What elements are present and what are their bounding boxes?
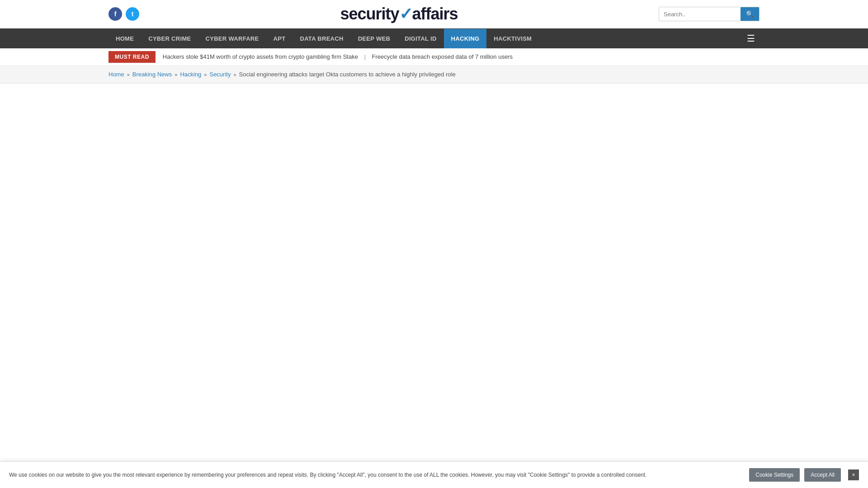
- breadcrumb-sep-1: »: [127, 72, 130, 77]
- nav-data-breach[interactable]: DATA BREACH: [292, 29, 350, 48]
- ticker-separator: |: [364, 53, 366, 60]
- logo-text: security✓affairs: [340, 5, 458, 23]
- nav-items: HOME CYBER CRIME CYBER WARFARE APT DATA …: [108, 29, 539, 48]
- breadcrumb-breaking-news[interactable]: Breaking News: [132, 71, 172, 78]
- header-search: 🔍: [659, 7, 760, 21]
- nav-cyber-crime[interactable]: CYBER CRIME: [141, 29, 198, 48]
- facebook-icon[interactable]: f: [108, 7, 122, 21]
- breadcrumb-bar: Home » Breaking News » Hacking » Securit…: [0, 66, 868, 84]
- main-nav: HOME CYBER CRIME CYBER WARFARE APT DATA …: [0, 28, 868, 48]
- nav-hacktivism[interactable]: HACKTIVISM: [486, 29, 539, 48]
- search-input[interactable]: [659, 7, 741, 21]
- must-read-button[interactable]: MUST READ: [108, 51, 156, 63]
- nav-home[interactable]: HOME: [108, 29, 141, 48]
- breadcrumb-home[interactable]: Home: [108, 71, 124, 78]
- site-header: f t security✓affairs 🔍: [0, 0, 868, 28]
- breadcrumb-current: Social engineering attacks target Okta c…: [239, 71, 456, 78]
- nav-cyber-warfare[interactable]: CYBER WARFARE: [198, 29, 266, 48]
- social-links: f t: [108, 7, 139, 21]
- ticker-text: Hackers stole $41M worth of crypto asset…: [163, 53, 513, 60]
- site-logo[interactable]: security✓affairs: [340, 5, 458, 23]
- breadcrumb-security[interactable]: Security: [209, 71, 231, 78]
- breadcrumb-sep-2: »: [175, 72, 177, 77]
- breadcrumb: Home » Breaking News » Hacking » Securit…: [108, 71, 760, 78]
- breadcrumb-sep-4: »: [233, 72, 236, 77]
- search-form: 🔍: [659, 7, 760, 21]
- main-content: [0, 84, 868, 264]
- twitter-icon[interactable]: t: [126, 7, 139, 21]
- ticker-bar: MUST READ Hackers stole $41M worth of cr…: [0, 48, 868, 66]
- nav-apt[interactable]: APT: [266, 29, 293, 48]
- nav-hacking[interactable]: HACKING: [444, 29, 487, 48]
- search-button[interactable]: 🔍: [741, 7, 759, 21]
- nav-digital-id[interactable]: DIGITAL ID: [397, 29, 443, 48]
- hamburger-menu[interactable]: ☰: [742, 28, 760, 48]
- nav-deep-web[interactable]: DEEP WEB: [351, 29, 398, 48]
- breadcrumb-hacking[interactable]: Hacking: [180, 71, 201, 78]
- breadcrumb-sep-3: »: [204, 72, 207, 77]
